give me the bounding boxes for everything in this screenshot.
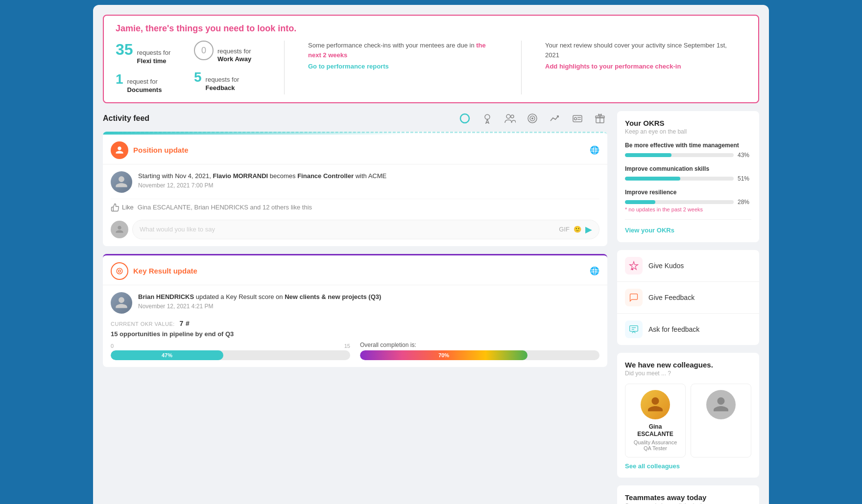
feedback-number: 5 (194, 69, 202, 85)
filter-trend[interactable] (548, 111, 562, 126)
feed-filters (457, 111, 607, 126)
okr2-title: Improve communication skills (625, 165, 751, 172)
svg-point-8 (575, 117, 577, 120)
position-post-time: November 12, 2021 7:00 PM (138, 182, 599, 189)
bar1-fill: 47% (111, 350, 223, 360)
okrs-section: Your OKRS Keep an eye on the ball Be mor… (617, 111, 759, 242)
okr3-fill (625, 200, 655, 204)
alert-item-flexi: 35 requests for Flexi time (116, 41, 182, 66)
position-actions: Like Gina ESCALANTE, Brian HENDRICKS and… (111, 199, 599, 216)
workaway-text: requests for Work Away (217, 47, 251, 64)
alert-col-2: 0 requests for Work Away 5 requests for … (194, 41, 272, 94)
colleagues-title: We have new colleagues. (625, 361, 751, 369)
main-layout: Activity feed (103, 111, 759, 504)
position-card-icon (111, 141, 128, 159)
okr-post: Brian HENDRICKS updated a Key Result sco… (111, 292, 599, 314)
okr-details: CURRENT OKR VALUE: 7 # 15 opportunities … (111, 320, 599, 360)
action-buttons: Give Kudos Give Feedback Ask for feedbac… (617, 250, 759, 345)
svg-point-16 (632, 268, 633, 270)
docs-text: request for Documents (127, 78, 162, 94)
colleague-role-1: Quality Assurance QA Tester (631, 439, 679, 451)
okrs-title: Your OKRS (625, 119, 751, 127)
okr-globe-icon[interactable]: 🌐 (590, 266, 599, 275)
okr-card-icon (111, 262, 128, 280)
like-button[interactable]: Like (111, 203, 134, 212)
okrs-divider (625, 219, 751, 220)
view-okrs-link[interactable]: View your OKRs (625, 227, 674, 234)
bar1-labels: 0 15 (111, 343, 350, 349)
give-kudos-label: Give Kudos (648, 262, 684, 270)
okr-item-3: Improve resilience 28% * no updates in t… (625, 189, 751, 212)
colleague-card-2 (691, 384, 751, 458)
filter-id[interactable] (570, 111, 585, 126)
ask-feedback-button[interactable]: Ask for feedback (617, 314, 759, 345)
okr1-progress: 43% (625, 152, 751, 159)
position-update-card: Position update 🌐 Starting with Nov 4, 2… (103, 132, 607, 246)
comment-input-row: What would you like to say GIF 🙂 ▶ (111, 220, 599, 239)
position-card-header: Position update 🌐 (103, 135, 607, 164)
okr2-fill (625, 177, 680, 181)
away-section: Teammates away today Some people have al… (617, 485, 759, 504)
performance-reports-link[interactable]: Go to performance reports (308, 62, 498, 71)
okr-item-2: Improve communication skills 51% (625, 165, 751, 182)
okr2-pct: 51% (738, 175, 751, 182)
alert-item-feedback: 5 requests for Feedback (194, 69, 261, 92)
flexi-text: requests for Flexi time (137, 49, 171, 66)
bar1-container: 0 15 47% (111, 343, 350, 360)
away-title: Teammates away today (625, 493, 751, 502)
alert-col-1: 35 requests for Flexi time 1 request for… (116, 41, 194, 94)
okr1-title: Be more effective with time management (625, 142, 751, 149)
see-all-colleagues-link[interactable]: See all colleagues (625, 462, 751, 470)
filter-badge[interactable] (480, 111, 495, 126)
filter-gift[interactable] (593, 111, 607, 126)
colleague-avatar-2 (706, 390, 736, 419)
okr3-title: Improve resilience (625, 189, 751, 196)
position-card-type: Position update (133, 146, 585, 154)
divider-1 (284, 41, 285, 94)
svg-point-3 (511, 115, 514, 118)
emoji-button[interactable]: 🙂 (574, 226, 581, 233)
position-post-content: Starting with Nov 4, 2021, Flavio MORRAN… (138, 171, 599, 189)
gif-button[interactable]: GIF (559, 226, 570, 233)
bar2-container: Overall completion is: 70% (360, 342, 599, 360)
comment-input[interactable]: What would you like to say GIF 🙂 ▶ (132, 220, 599, 239)
bar2: 70% (360, 350, 599, 360)
highlights-link[interactable]: Add highlights to your performance check… (545, 62, 735, 71)
okr3-progress: 28% (625, 199, 751, 206)
bar2-label: Overall completion is: (360, 342, 599, 348)
alert-title: Jamie, there's things you need to look i… (116, 23, 746, 34)
svg-point-2 (506, 115, 510, 118)
docs-number: 1 (116, 71, 123, 87)
okrs-subtitle: Keep an eye on the ball (625, 128, 751, 135)
colleague-name-1: Gina ESCALANTE (631, 423, 679, 438)
filter-circle[interactable] (457, 111, 472, 126)
feed-title: Activity feed (103, 114, 149, 123)
sidebar: Your OKRS Keep an eye on the ball Be mor… (617, 111, 759, 504)
okr-post-time: November 12, 2021 4:21 PM (138, 303, 599, 310)
feed-header: Activity feed (103, 111, 607, 126)
filter-target[interactable] (525, 111, 540, 126)
okr-card-body: Brian HENDRICKS updated a Key Result sco… (103, 285, 607, 367)
give-feedback-label: Give Feedback (648, 294, 694, 301)
okr-update-card: Key Result update 🌐 Brian HENDRICKS upda… (103, 254, 607, 367)
position-poster-avatar (111, 171, 132, 193)
okr2-progress: 51% (625, 175, 751, 182)
give-feedback-button[interactable]: Give Feedback (617, 282, 759, 314)
give-kudos-button[interactable]: Give Kudos (617, 250, 759, 282)
send-button[interactable]: ▶ (585, 224, 592, 235)
bar2-fill: 70% (360, 350, 527, 360)
svg-point-0 (460, 114, 469, 123)
bar1: 47% (111, 350, 350, 360)
alert-mid: Some performance check-ins with your men… (296, 41, 509, 94)
alert-items: 35 requests for Flexi time 1 request for… (116, 41, 746, 94)
filter-people[interactable] (503, 111, 517, 126)
okr-card-header: Key Result update 🌐 (103, 255, 607, 285)
okr-post-text: Brian HENDRICKS updated a Key Result sco… (138, 292, 599, 302)
feedback-icon (625, 289, 643, 306)
ask-icon (625, 321, 643, 338)
colleagues-grid: Gina ESCALANTE Quality Assurance QA Test… (625, 384, 751, 458)
comment-actions: GIF 🙂 ▶ (559, 224, 592, 235)
position-card-body: Starting with Nov 4, 2021, Flavio MORRAN… (103, 164, 607, 246)
position-globe-icon[interactable]: 🌐 (590, 145, 599, 155)
alert-item-docs: 1 request for Documents (116, 71, 182, 94)
